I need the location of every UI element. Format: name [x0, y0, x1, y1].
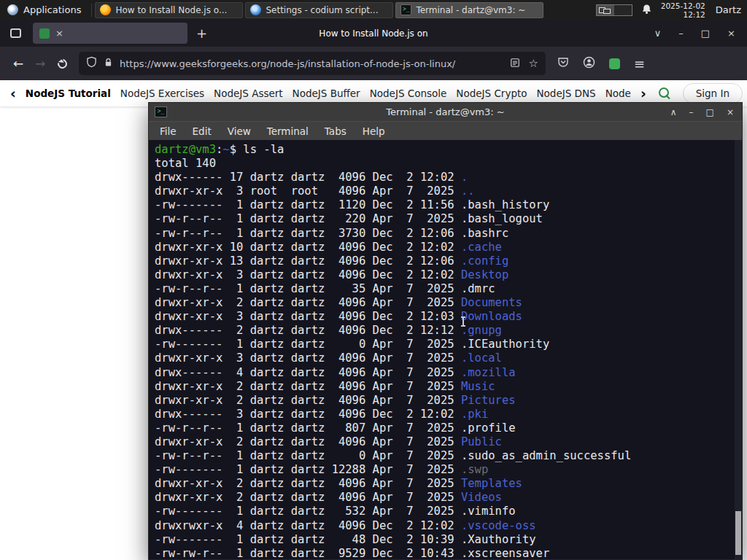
terminal-shade-button[interactable]: ∧ [670, 107, 677, 117]
search-icon[interactable] [658, 87, 671, 100]
settings-icon [250, 4, 261, 15]
terminal-output-line: drwxr-xr-x 2 dartz dartz 4096 Apr 7 2025… [155, 435, 742, 449]
nav-link-nodejs-exercises[interactable]: NodeJS Exercises [120, 88, 204, 99]
terminal-window: >_ Terminal - dartz@vm3: ~ ∧ – □ × File … [148, 102, 743, 560]
extension-icon[interactable] [609, 58, 620, 69]
terminal-output-line: drwxr-xr-x 2 dartz dartz 4096 Apr 7 2025… [155, 394, 742, 408]
terminal-prompt-line: dartz@vm3:~$ ls -la [155, 143, 742, 157]
terminal-output-line: -rw------- 1 dartz dartz 532 Apr 7 2025 … [155, 505, 742, 518]
terminal-output-line: -rw------- 1 dartz dartz 12288 Apr 7 202… [155, 463, 742, 477]
url-bar[interactable]: https://www.geeksforgeeks.org/node-js/in… [79, 52, 546, 75]
terminal-output-line: drwx------ 2 dartz dartz 4096 Dec 2 12:1… [155, 324, 742, 338]
clock-date: 2025-12-02 [661, 1, 705, 10]
reload-button[interactable] [51, 52, 73, 74]
workspace-2[interactable] [614, 5, 632, 15]
terminal-output-line: -rw------- 1 dartz dartz 0 Apr 7 2025 .I… [155, 338, 742, 351]
taskbar-window-terminal[interactable]: >_ Terminal - dartz@vm3: ~ [395, 2, 543, 18]
tracking-shield-icon[interactable] [86, 56, 97, 71]
terminal-maximize-button[interactable]: □ [706, 107, 714, 117]
clock-time: 12:12 [661, 10, 705, 19]
terminal-output-line: -rw-rw-r-- 1 dartz dartz 9529 Dec 2 10:4… [155, 547, 742, 559]
taskbar-window-settings[interactable]: Settings - codium script... [245, 2, 393, 18]
terminal-output-line: drwxr-xr-x 2 dartz dartz 4096 Apr 7 2025… [155, 491, 742, 505]
forward-button[interactable]: → [29, 52, 51, 74]
terminal-output-line: drwxrwxr-x 4 dartz dartz 4096 Dec 2 12:0… [155, 519, 742, 533]
back-button[interactable]: ← [7, 52, 29, 74]
pocket-icon[interactable] [557, 56, 569, 71]
terminal-icon: >_ [400, 4, 411, 15]
clock[interactable]: 2025-12-02 12:12 [661, 1, 705, 19]
terminal-output-line: -rw-r--r-- 1 dartz dartz 3730 Dec 2 12:0… [155, 227, 742, 241]
terminal-output-line: drwxr-xr-x 3 root root 4096 Apr 7 2025 .… [155, 184, 742, 198]
terminal-close-button[interactable]: × [727, 107, 734, 117]
reload-icon [55, 57, 69, 70]
terminal-output-line: -rw-r--r-- 1 dartz dartz 35 Apr 7 2025 .… [155, 282, 742, 296]
navigation-toolbar: ← → https://www.geeksforgeeks.org/node-j… [0, 47, 747, 80]
tab-bar: How to Install Node.js on × + ∨ – □ × [0, 20, 747, 47]
terminal-output-line: drwx------ 4 dartz dartz 4096 Apr 7 2025… [155, 366, 742, 380]
terminal-output-line: drwxr-xr-x 2 dartz dartz 4096 Apr 7 2025… [155, 477, 742, 491]
terminal-output-line: drwxr-xr-x 3 dartz dartz 4096 Dec 2 12:0… [155, 310, 742, 324]
account-icon[interactable] [583, 56, 595, 71]
notification-bell-icon[interactable] [641, 4, 652, 17]
terminal-menubar: File Edit View Terminal Tabs Help [149, 121, 742, 140]
nav-link-nodejs-console[interactable]: NodeJS Console [370, 88, 447, 99]
menu-tabs[interactable]: Tabs [317, 125, 355, 137]
menu-edit[interactable]: Edit [185, 125, 220, 137]
taskbar-separator [91, 4, 92, 17]
applications-label: Applications [23, 4, 81, 15]
nav-scroll-right-icon[interactable]: › [640, 85, 646, 101]
terminal-listing: drwx------ 17 dartz dartz 4096 Dec 2 12:… [155, 171, 742, 559]
applications-icon [7, 4, 18, 15]
terminal-minimize-button[interactable]: – [689, 107, 694, 117]
system-tray: 2025-12-02 12:12 Dartz [596, 1, 747, 19]
terminal-output-line: -rw-r--r-- 1 dartz dartz 220 Apr 7 2025 … [155, 212, 742, 226]
browser-tab-active[interactable]: How to Install Node.js on × [33, 23, 187, 44]
nav-link-nodejs-buffer[interactable]: NodeJS Buffer [293, 88, 360, 99]
nav-scroll-left-icon[interactable]: ‹ [10, 85, 16, 101]
nav-link-node-truncated[interactable]: Node [605, 88, 631, 99]
nav-link-nodejs-crypto[interactable]: NodeJS Crypto [456, 88, 527, 99]
lock-icon[interactable] [104, 57, 113, 71]
terminal-output-line: -rw------- 1 dartz dartz 1120 Dec 2 11:5… [155, 198, 742, 212]
terminal-output-line: drwxr-xr-x 13 dartz dartz 4096 Dec 2 12:… [155, 254, 742, 268]
terminal-output-line: drwx------ 17 dartz dartz 4096 Dec 2 12:… [155, 171, 742, 184]
terminal-output-line: -rw-r--r-- 1 dartz dartz 0 Apr 7 2025 .s… [155, 449, 742, 463]
reader-mode-icon[interactable] [510, 57, 520, 71]
nav-link-nodejs-assert[interactable]: NodeJS Assert [214, 88, 283, 99]
desktop-taskbar: Applications How to Install Node.js o...… [0, 0, 747, 20]
workspace-switcher[interactable] [596, 4, 632, 16]
menu-file[interactable]: File [152, 125, 185, 137]
menu-help[interactable]: Help [355, 125, 393, 137]
terminal-output-line: -rw------- 1 dartz dartz 48 Dec 2 10:39 … [155, 533, 742, 547]
workspace-1[interactable] [597, 5, 614, 15]
terminal-output[interactable]: dartz@vm3:~$ ls -la total 140 drwx------… [149, 140, 742, 559]
terminal-output-line: drwxr-xr-x 2 dartz dartz 4096 Apr 7 2025… [155, 296, 742, 310]
terminal-output-line: drwxr-xr-x 10 dartz dartz 4096 Dec 2 12:… [155, 241, 742, 254]
terminal-scrollbar[interactable] [735, 140, 742, 559]
terminal-output-line: drwxr-xr-x 3 dartz dartz 4096 Apr 7 2025… [155, 351, 742, 365]
sign-in-button[interactable]: Sign In [683, 83, 743, 104]
applications-menu[interactable]: Applications [0, 0, 88, 20]
workspace-mini-window [603, 9, 611, 14]
nav-link-nodejs-tutorial[interactable]: NodeJS Tutorial [26, 88, 111, 99]
terminal-output-line: drwxr-xr-x 3 dartz dartz 4096 Dec 2 12:0… [155, 268, 742, 282]
terminal-titlebar[interactable]: >_ Terminal - dartz@vm3: ~ ∧ – □ × [149, 103, 742, 121]
terminal-output-line: drwxr-xr-x 2 dartz dartz 4096 Apr 7 2025… [155, 380, 742, 394]
bookmark-star-icon[interactable]: ☆ [529, 57, 538, 70]
menu-icon[interactable]: ≡ [634, 56, 645, 71]
terminal-output-line: drwx------ 3 dartz dartz 4096 Dec 2 12:0… [155, 408, 742, 421]
menu-view[interactable]: View [220, 125, 259, 137]
terminal-title: Terminal - dartz@vm3: ~ [149, 106, 742, 117]
terminal-scrollbar-thumb[interactable] [735, 511, 741, 555]
username-label: Dartz [716, 4, 741, 15]
terminal-output-line: -rw-r--r-- 1 dartz dartz 807 Apr 7 2025 … [155, 421, 742, 435]
url-text[interactable]: https://www.geeksforgeeks.org/node-js/in… [120, 58, 503, 69]
tab-title: How to Install Node.js on [0, 28, 747, 39]
taskbar-window-firefox[interactable]: How to Install Node.js o... [95, 2, 243, 18]
terminal-window-icon: >_ [155, 106, 167, 117]
nav-link-nodejs-dns[interactable]: NodeJS DNS [537, 88, 596, 99]
text-cursor-icon [462, 316, 464, 327]
terminal-total-line: total 140 [155, 157, 742, 171]
menu-terminal[interactable]: Terminal [259, 125, 317, 137]
